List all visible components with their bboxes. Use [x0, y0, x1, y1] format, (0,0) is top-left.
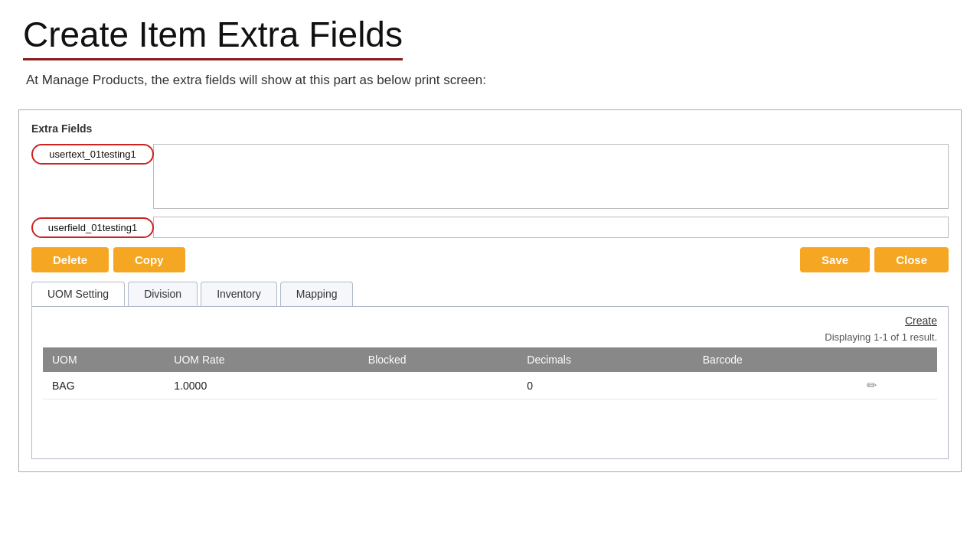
tab-content: Create Displaying 1-1 of 1 result. UOM U…	[31, 306, 949, 459]
field-label-usertext: usertext_01testing1	[31, 144, 154, 165]
cell-decimals: 0	[518, 372, 693, 399]
tab-uom-setting[interactable]: UOM Setting	[31, 282, 125, 306]
save-button[interactable]: Save	[800, 247, 870, 272]
tab-mapping[interactable]: Mapping	[280, 282, 354, 306]
page-subtitle: At Manage Products, the extra fields wil…	[23, 73, 957, 88]
userfield-input[interactable]	[153, 217, 949, 238]
col-uom: UOM	[43, 347, 165, 372]
table-header-row: UOM UOM Rate Blocked Decimals Barcode	[43, 347, 937, 372]
panel-container: Extra Fields usertext_01testing1 userfie…	[18, 109, 962, 472]
buttons-row: Delete Copy Save Close	[31, 247, 949, 272]
panel-title: Extra Fields	[31, 122, 949, 135]
tab-inventory[interactable]: Inventory	[201, 282, 277, 306]
col-decimals: Decimals	[518, 347, 693, 372]
page-title: Create Item Extra Fields	[23, 14, 403, 60]
btn-group-right: Save Close	[800, 247, 949, 272]
table-row: BAG 1.0000 0 ✏	[43, 372, 937, 399]
col-uom-rate: UOM Rate	[165, 347, 358, 372]
create-link[interactable]: Create	[905, 315, 937, 327]
tab-division[interactable]: Division	[128, 282, 198, 306]
cell-barcode	[694, 372, 858, 399]
field-row-textarea: usertext_01testing1	[31, 144, 949, 209]
btn-group-left: Delete Copy	[31, 247, 185, 272]
cell-blocked	[359, 372, 518, 399]
close-button[interactable]: Close	[874, 247, 949, 272]
col-actions	[858, 347, 937, 372]
uom-table: UOM UOM Rate Blocked Decimals Barcode BA…	[43, 347, 937, 399]
col-blocked: Blocked	[359, 347, 518, 372]
cell-uom: BAG	[43, 372, 165, 399]
field-label-userfield: userfield_01testing1	[31, 217, 154, 238]
display-info: Displaying 1-1 of 1 result.	[43, 331, 937, 343]
delete-button[interactable]: Delete	[31, 247, 109, 272]
field-row-input: userfield_01testing1	[31, 217, 949, 238]
cell-edit[interactable]: ✏	[858, 372, 937, 399]
edit-icon[interactable]: ✏	[867, 379, 877, 392]
tabs-row: UOM Setting Division Inventory Mapping	[31, 282, 949, 306]
usertext-textarea[interactable]	[153, 144, 949, 209]
copy-button[interactable]: Copy	[113, 247, 185, 272]
page-header: Create Item Extra Fields At Manage Produ…	[0, 0, 980, 109]
cell-uom-rate: 1.0000	[165, 372, 358, 399]
tab-top-row: Create	[43, 315, 937, 327]
col-barcode: Barcode	[694, 347, 858, 372]
extra-fields-section: usertext_01testing1 userfield_01testing1	[31, 144, 949, 238]
